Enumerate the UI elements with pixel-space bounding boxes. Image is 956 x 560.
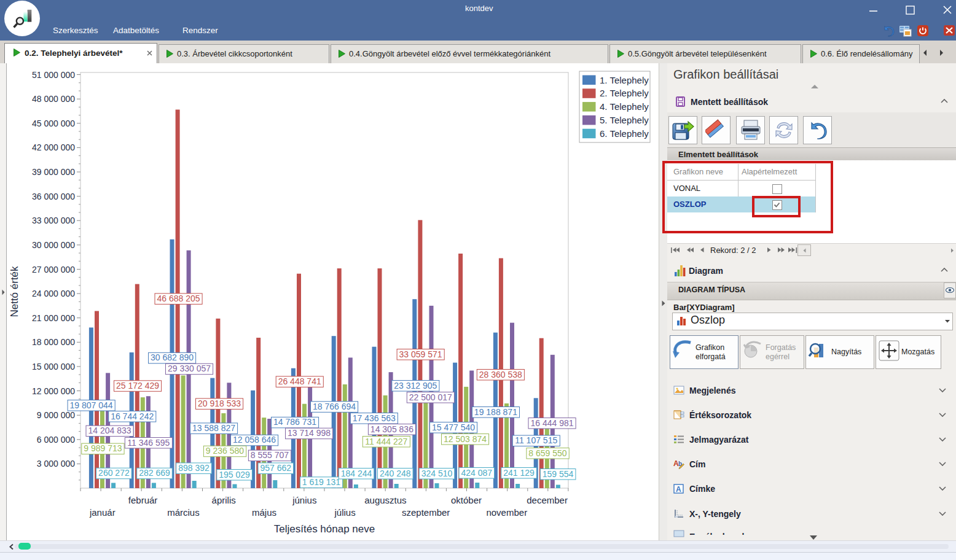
svg-text:1 619 131: 1 619 131 <box>302 477 340 487</box>
svg-text:11 346 595: 11 346 595 <box>127 438 170 448</box>
svg-text:241 129: 241 129 <box>503 468 535 478</box>
svg-text:június: június <box>292 495 316 505</box>
svg-text:1. Telephely: 1. Telephely <box>600 75 649 85</box>
svg-text:24 000 000: 24 000 000 <box>32 289 75 298</box>
svg-text:48 000 000: 48 000 000 <box>32 94 75 104</box>
svg-text:19 188 871: 19 188 871 <box>474 407 517 417</box>
svg-text:9 989 713: 9 989 713 <box>84 443 122 453</box>
svg-text:184 244: 184 244 <box>341 469 372 478</box>
svg-text:február: február <box>128 495 158 505</box>
svg-text:33 000 000: 33 000 000 <box>32 216 75 225</box>
svg-text:29 330 057: 29 330 057 <box>168 364 211 373</box>
svg-text:14 786 731: 14 786 731 <box>273 417 316 427</box>
svg-text:195 029: 195 029 <box>219 470 250 480</box>
svg-text:2. Telephely: 2. Telephely <box>600 88 649 98</box>
svg-text:május: május <box>252 507 276 518</box>
svg-text:33 059 571: 33 059 571 <box>399 349 442 359</box>
svg-text:260 272: 260 272 <box>98 468 130 478</box>
svg-text:július: július <box>334 507 356 518</box>
svg-text:424 087: 424 087 <box>461 468 492 478</box>
svg-text:március: március <box>167 507 200 518</box>
svg-text:12 503 874: 12 503 874 <box>444 434 487 444</box>
svg-text:18 766 694: 18 766 694 <box>313 402 356 411</box>
svg-text:30 000 000: 30 000 000 <box>32 240 75 250</box>
svg-text:12 000 000: 12 000 000 <box>32 386 75 396</box>
svg-text:11 444 227: 11 444 227 <box>365 437 407 446</box>
svg-text:26 448 741: 26 448 741 <box>278 376 321 386</box>
svg-text:augusztus: augusztus <box>364 495 406 505</box>
svg-text:46 688 205: 46 688 205 <box>157 294 200 303</box>
svg-text:27 000 000: 27 000 000 <box>32 265 75 274</box>
svg-text:13 588 827: 13 588 827 <box>192 423 235 433</box>
svg-text:A: A <box>676 485 681 494</box>
svg-text:25 172 429: 25 172 429 <box>116 381 159 391</box>
svg-text:11 107 515: 11 107 515 <box>515 435 557 445</box>
svg-text:18 000 000: 18 000 000 <box>32 337 75 347</box>
svg-text:14 305 836: 14 305 836 <box>370 424 413 434</box>
svg-text:14 204 833: 14 204 833 <box>88 426 131 435</box>
svg-text:36 000 000: 36 000 000 <box>32 192 75 201</box>
svg-text:8 555 707: 8 555 707 <box>251 450 289 460</box>
svg-text:45 000 000: 45 000 000 <box>32 119 75 128</box>
svg-text:9 000 000: 9 000 000 <box>37 410 75 420</box>
svg-text:51 000 000: 51 000 000 <box>32 70 75 80</box>
svg-text:november: november <box>486 507 527 518</box>
svg-text:21 000 000: 21 000 000 <box>32 313 75 323</box>
svg-text:159 554: 159 554 <box>543 469 574 479</box>
svg-text:16 744 242: 16 744 242 <box>111 411 154 421</box>
svg-text:9 236 580: 9 236 580 <box>206 446 244 456</box>
svg-text:282 669: 282 669 <box>139 468 170 478</box>
svg-text:42 000 000: 42 000 000 <box>32 142 75 152</box>
svg-text:240 248: 240 248 <box>380 469 411 478</box>
svg-text:17 436 563: 17 436 563 <box>353 413 396 423</box>
svg-text:20 918 533: 20 918 533 <box>198 399 241 408</box>
svg-text:Nettó érték: Nettó érték <box>9 266 20 317</box>
svg-text:6. Telephely: 6. Telephely <box>600 128 649 139</box>
svg-text:8 659 550: 8 659 550 <box>528 448 566 458</box>
svg-text:15 000 000: 15 000 000 <box>32 362 75 371</box>
svg-text:22 500 017: 22 500 017 <box>409 392 452 402</box>
svg-text:324 510: 324 510 <box>421 469 453 478</box>
svg-text:12 058 646: 12 058 646 <box>233 435 276 445</box>
svg-text:3 000 000: 3 000 000 <box>37 459 75 469</box>
svg-text:898 392: 898 392 <box>178 463 210 473</box>
svg-text:16 444 981: 16 444 981 <box>530 418 573 428</box>
svg-text:15 477 540: 15 477 540 <box>432 422 475 432</box>
svg-text:13 714 998: 13 714 998 <box>288 428 331 438</box>
svg-text:szeptember: szeptember <box>402 507 450 518</box>
svg-text:április: április <box>212 495 236 505</box>
svg-text:4. Telephely: 4. Telephely <box>600 101 649 112</box>
svg-text:957 662: 957 662 <box>260 463 291 473</box>
svg-text:6 000 000: 6 000 000 <box>37 435 75 445</box>
svg-text:december: december <box>527 495 568 505</box>
svg-text:január: január <box>89 507 116 518</box>
svg-text:23 312 905: 23 312 905 <box>394 381 437 391</box>
svg-text:5. Telephely: 5. Telephely <box>600 115 649 125</box>
svg-text:30 682 890: 30 682 890 <box>151 352 194 362</box>
svg-text:október: október <box>451 495 482 505</box>
svg-text:28 360 538: 28 360 538 <box>479 370 522 379</box>
svg-text:39 000 000: 39 000 000 <box>32 167 75 177</box>
svg-text:19 807 044: 19 807 044 <box>70 400 113 410</box>
svg-text:Teljesítés hónap neve: Teljesítés hónap neve <box>274 523 375 535</box>
